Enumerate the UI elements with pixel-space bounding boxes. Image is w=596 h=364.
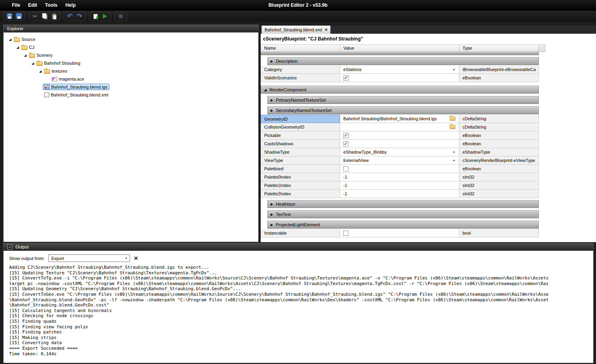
property-group[interactable]: ▶HeatHaze bbox=[261, 198, 539, 208]
tree-item[interactable]: ◢Source bbox=[4, 35, 258, 43]
property-group[interactable]: ◢RenderComponent bbox=[261, 82, 539, 94]
checkbox[interactable] bbox=[343, 231, 348, 236]
expand-arrow-icon[interactable]: ◢ bbox=[38, 69, 43, 73]
expand-arrow-icon[interactable]: ▶ bbox=[271, 223, 273, 227]
dropdown-arrow-icon[interactable]: ▼ bbox=[453, 68, 457, 71]
group-bar[interactable]: ◢RenderComponent bbox=[261, 86, 539, 94]
group-bar[interactable]: ▶HeatHaze bbox=[267, 200, 539, 208]
property-name-cell[interactable]: CollisionGeometryID bbox=[261, 123, 340, 131]
checkbox[interactable]: ✓ bbox=[343, 75, 348, 81]
property-value-cell[interactable] bbox=[340, 229, 459, 237]
tree-node-box[interactable]: textures bbox=[43, 68, 69, 75]
property-value-cell[interactable]: ExternalView▼ bbox=[340, 156, 459, 165]
tree-item[interactable]: Bahnhof_Straubing.blend.xml bbox=[4, 91, 258, 99]
checkbox[interactable]: ✓ bbox=[343, 133, 348, 138]
tree-node-box[interactable]: Bahnhof Straubing bbox=[35, 60, 82, 67]
save-button[interactable] bbox=[5, 12, 14, 21]
browse-folder-icon[interactable] bbox=[450, 117, 455, 121]
property-value-cell[interactable]: eStations▼ bbox=[340, 65, 459, 74]
tree-item[interactable]: ◢CJ bbox=[4, 43, 258, 51]
property-name-cell[interactable]: Palette0Index bbox=[261, 173, 340, 181]
play-button[interactable] bbox=[100, 12, 110, 21]
clear-output-button[interactable]: × bbox=[134, 255, 138, 262]
close-icon[interactable]: × bbox=[325, 27, 327, 32]
property-name-cell[interactable]: Instancable bbox=[261, 229, 340, 237]
menu-file[interactable]: File bbox=[8, 0, 24, 11]
browse-folder-icon[interactable] bbox=[450, 125, 455, 129]
property-value-cell[interactable]: ✓ bbox=[340, 140, 459, 148]
column-header-value[interactable]: Value bbox=[340, 44, 459, 52]
expand-arrow-icon[interactable]: ◢ bbox=[8, 38, 13, 41]
property-name-cell[interactable]: ViewType bbox=[261, 156, 340, 165]
property-value-cell[interactable]: eShadowType_Blobby▼ bbox=[340, 148, 459, 156]
output-source-select[interactable]: Export ▼ bbox=[48, 254, 130, 262]
property-value-cell[interactable] bbox=[340, 123, 459, 131]
tab-bahnhof-straubing-xml[interactable]: Bahnhof_Straubing.blend.xml × bbox=[261, 25, 331, 34]
copy-button[interactable] bbox=[40, 12, 49, 21]
expand-arrow-icon[interactable]: ◢ bbox=[30, 62, 35, 65]
export-button[interactable] bbox=[91, 12, 100, 21]
property-name-cell[interactable]: Pickable bbox=[261, 131, 340, 140]
undo-button[interactable]: ↶ bbox=[65, 12, 75, 21]
checkbox[interactable] bbox=[343, 166, 348, 171]
property-name-cell[interactable]: GeometryID bbox=[261, 115, 340, 123]
expand-arrow-icon[interactable]: ▶ bbox=[271, 109, 273, 112]
property-name-cell[interactable]: CastsShadows bbox=[261, 140, 340, 148]
group-bar[interactable]: ▶PrimaryNamedTextureSet bbox=[267, 96, 539, 104]
expand-arrow-icon[interactable]: ▶ bbox=[271, 213, 273, 216]
expand-arrow-icon[interactable]: ◢ bbox=[23, 54, 28, 57]
property-group[interactable]: ▶PrimaryNamedTextureSet bbox=[261, 94, 539, 104]
group-bar[interactable]: ▶TexText bbox=[267, 210, 539, 218]
dropdown-arrow-icon[interactable]: ▼ bbox=[453, 159, 457, 162]
property-name-cell[interactable]: ShadowType bbox=[261, 148, 340, 156]
stop-button[interactable] bbox=[116, 12, 126, 21]
scrollbar-top[interactable] bbox=[539, 44, 546, 52]
column-header-name[interactable]: Name bbox=[261, 44, 340, 52]
expand-arrow-icon[interactable]: ▶ bbox=[271, 202, 273, 206]
group-bar[interactable]: ▶ProjectedLightElement bbox=[267, 221, 539, 229]
property-name-cell[interactable]: ValidInScenarios bbox=[261, 74, 340, 82]
checkbox[interactable]: ✓ bbox=[343, 141, 348, 146]
dropdown-arrow-icon[interactable]: ▼ bbox=[453, 151, 457, 154]
collapse-output-button[interactable]: − bbox=[7, 245, 12, 250]
property-name-cell[interactable]: Palettised bbox=[261, 165, 340, 173]
tree-node-box[interactable]: CJ bbox=[20, 44, 36, 51]
menu-tools[interactable]: Tools bbox=[41, 0, 61, 11]
property-name-cell[interactable]: Palette1Index bbox=[261, 181, 340, 190]
tree-node-box[interactable]: Bahnhof_Straubing.blend.igs bbox=[43, 84, 109, 90]
expand-arrow-icon[interactable]: ▶ bbox=[271, 98, 273, 102]
chevron-down-icon[interactable]: ▼ bbox=[125, 257, 130, 260]
group-bar[interactable]: ▶SecondaryNamedTextureSet bbox=[267, 106, 539, 114]
property-value-cell[interactable]: -1 bbox=[340, 181, 459, 190]
property-value-cell[interactable]: ✓ bbox=[340, 131, 459, 140]
tree-node-box[interactable]: Bahnhof_Straubing.blend.xml bbox=[43, 92, 110, 98]
property-group[interactable]: ▶SecondaryNamedTextureSet bbox=[261, 104, 539, 115]
tree-item[interactable]: ◢Scenery bbox=[4, 51, 258, 59]
property-value-cell[interactable]: -1 bbox=[340, 173, 459, 181]
property-name-cell[interactable]: Palette2Index bbox=[261, 190, 340, 198]
tree-node-box[interactable]: magenta.ace bbox=[50, 76, 86, 82]
property-group[interactable]: ▶ProjectedLightElement bbox=[261, 219, 539, 229]
property-value-cell[interactable]: ✓ bbox=[340, 74, 459, 82]
property-value-cell[interactable]: -1 bbox=[340, 190, 459, 198]
expand-arrow-icon[interactable]: ▶ bbox=[271, 60, 273, 63]
tree-item[interactable]: ◢Bahnhof Straubing bbox=[4, 59, 258, 67]
group-bar[interactable]: ▶Description bbox=[267, 57, 539, 65]
tree-node-box[interactable]: Scenery bbox=[28, 52, 54, 59]
tree-item[interactable]: ◢textures bbox=[4, 67, 258, 75]
menu-help[interactable]: Help bbox=[61, 0, 79, 11]
column-header-type[interactable]: Type bbox=[459, 44, 539, 52]
expand-arrow-icon[interactable]: ◢ bbox=[15, 46, 20, 49]
menu-edit[interactable]: Edit bbox=[24, 0, 41, 11]
tree-item[interactable]: Bahnhof_Straubing.blend.igs bbox=[4, 83, 258, 91]
collapse-arrow-icon[interactable]: ◢ bbox=[264, 88, 267, 92]
property-group[interactable]: ▶Description bbox=[261, 55, 539, 65]
paste-button[interactable] bbox=[49, 12, 59, 21]
property-name-cell[interactable]: Category bbox=[261, 65, 340, 74]
property-value-cell[interactable]: Bahnhof Straubing\Bahnhof_Straubing.blen… bbox=[340, 115, 459, 123]
cut-button[interactable]: ✂ bbox=[30, 12, 40, 21]
save-all-button[interactable] bbox=[14, 12, 24, 21]
property-group[interactable]: ▶TexText bbox=[261, 208, 539, 219]
tree-node-box[interactable]: Source bbox=[13, 36, 37, 43]
tree-item[interactable]: magenta.ace bbox=[4, 75, 258, 83]
